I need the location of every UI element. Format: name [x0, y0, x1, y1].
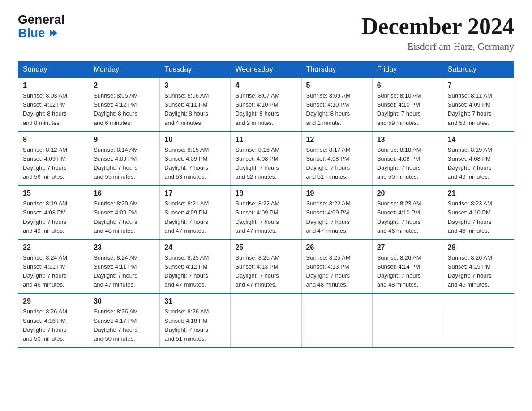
- calendar-cell: 13Sunrise: 8:18 AM Sunset: 4:08 PM Dayli…: [372, 132, 443, 186]
- day-number: 30: [94, 297, 155, 305]
- calendar-week-row: 1Sunrise: 8:03 AM Sunset: 4:12 PM Daylig…: [18, 77, 514, 132]
- calendar-cell: [301, 293, 372, 347]
- day-number: 15: [23, 189, 84, 197]
- column-header-friday: Friday: [372, 62, 443, 78]
- calendar-cell: 10Sunrise: 8:15 AM Sunset: 4:09 PM Dayli…: [160, 132, 231, 186]
- day-info: Sunrise: 8:24 AM Sunset: 4:11 PM Dayligh…: [23, 253, 84, 290]
- day-info: Sunrise: 8:25 AM Sunset: 4:12 PM Dayligh…: [164, 253, 226, 290]
- day-number: 18: [235, 189, 296, 197]
- calendar-cell: 8Sunrise: 8:12 AM Sunset: 4:09 PM Daylig…: [18, 132, 89, 186]
- day-info: Sunrise: 8:17 AM Sunset: 4:08 PM Dayligh…: [306, 146, 368, 182]
- day-info: Sunrise: 8:25 AM Sunset: 4:13 PM Dayligh…: [306, 253, 368, 290]
- day-info: Sunrise: 8:21 AM Sunset: 4:09 PM Dayligh…: [164, 199, 226, 235]
- calendar-cell: 18Sunrise: 8:22 AM Sunset: 4:09 PM Dayli…: [231, 185, 301, 240]
- day-number: 7: [448, 81, 509, 90]
- day-number: 10: [164, 136, 226, 144]
- calendar-cell: 11Sunrise: 8:16 AM Sunset: 4:08 PM Dayli…: [231, 132, 301, 186]
- column-header-wednesday: Wednesday: [231, 62, 301, 78]
- column-header-monday: Monday: [89, 62, 160, 78]
- calendar-cell: 15Sunrise: 8:19 AM Sunset: 4:08 PM Dayli…: [18, 185, 89, 240]
- calendar-cell: 19Sunrise: 8:22 AM Sunset: 4:09 PM Dayli…: [301, 185, 372, 240]
- day-number: 21: [448, 189, 509, 197]
- day-info: Sunrise: 8:25 AM Sunset: 4:13 PM Dayligh…: [235, 253, 296, 290]
- calendar-cell: 29Sunrise: 8:26 AM Sunset: 4:16 PM Dayli…: [18, 293, 89, 347]
- day-info: Sunrise: 8:18 AM Sunset: 4:08 PM Dayligh…: [377, 146, 438, 182]
- calendar-cell: 12Sunrise: 8:17 AM Sunset: 4:08 PM Dayli…: [301, 132, 372, 186]
- calendar-cell: 4Sunrise: 8:07 AM Sunset: 4:10 PM Daylig…: [231, 77, 301, 132]
- calendar-cell: [372, 293, 443, 347]
- calendar-cell: 28Sunrise: 8:26 AM Sunset: 4:15 PM Dayli…: [443, 240, 514, 294]
- day-info: Sunrise: 8:06 AM Sunset: 4:11 PM Dayligh…: [164, 91, 226, 128]
- day-info: Sunrise: 8:16 AM Sunset: 4:08 PM Dayligh…: [235, 146, 296, 182]
- day-info: Sunrise: 8:07 AM Sunset: 4:10 PM Dayligh…: [235, 91, 296, 128]
- day-number: 23: [94, 244, 155, 252]
- day-number: 27: [377, 244, 438, 252]
- calendar-week-row: 22Sunrise: 8:24 AM Sunset: 4:11 PM Dayli…: [18, 240, 514, 294]
- day-number: 25: [235, 244, 296, 252]
- day-number: 16: [94, 189, 155, 197]
- day-info: Sunrise: 8:19 AM Sunset: 4:08 PM Dayligh…: [23, 199, 84, 235]
- calendar-cell: 3Sunrise: 8:06 AM Sunset: 4:11 PM Daylig…: [160, 77, 231, 132]
- day-info: Sunrise: 8:15 AM Sunset: 4:09 PM Dayligh…: [164, 146, 226, 182]
- calendar-cell: 22Sunrise: 8:24 AM Sunset: 4:11 PM Dayli…: [18, 240, 89, 294]
- day-number: 9: [94, 136, 155, 144]
- header: General Blue December 2024 Eisdorf am Ha…: [18, 13, 514, 52]
- calendar-cell: 26Sunrise: 8:25 AM Sunset: 4:13 PM Dayli…: [301, 240, 372, 294]
- day-info: Sunrise: 8:26 AM Sunset: 4:16 PM Dayligh…: [23, 307, 84, 343]
- calendar-cell: 14Sunrise: 8:19 AM Sunset: 4:08 PM Dayli…: [443, 132, 514, 186]
- day-info: Sunrise: 8:23 AM Sunset: 4:10 PM Dayligh…: [448, 199, 509, 235]
- day-number: 22: [23, 244, 84, 252]
- calendar-cell: 6Sunrise: 8:10 AM Sunset: 4:10 PM Daylig…: [372, 77, 443, 132]
- day-info: Sunrise: 8:03 AM Sunset: 4:12 PM Dayligh…: [23, 91, 84, 128]
- column-header-saturday: Saturday: [443, 62, 514, 78]
- day-info: Sunrise: 8:22 AM Sunset: 4:09 PM Dayligh…: [235, 199, 296, 235]
- calendar-cell: [231, 293, 301, 347]
- calendar-cell: 5Sunrise: 8:09 AM Sunset: 4:10 PM Daylig…: [301, 77, 372, 132]
- column-header-tuesday: Tuesday: [160, 62, 231, 78]
- day-number: 26: [306, 244, 368, 252]
- day-info: Sunrise: 8:14 AM Sunset: 4:09 PM Dayligh…: [94, 146, 155, 182]
- logo-general: General: [18, 13, 64, 26]
- calendar-cell: 17Sunrise: 8:21 AM Sunset: 4:09 PM Dayli…: [160, 185, 231, 240]
- day-number: 19: [306, 189, 368, 197]
- day-info: Sunrise: 8:24 AM Sunset: 4:11 PM Dayligh…: [94, 253, 155, 290]
- day-number: 6: [377, 81, 438, 90]
- logo-blue-text: Blue: [18, 26, 45, 40]
- calendar-title: December 2024: [361, 13, 514, 39]
- day-number: 29: [23, 297, 84, 305]
- calendar-week-row: 29Sunrise: 8:26 AM Sunset: 4:16 PM Dayli…: [18, 293, 514, 347]
- day-number: 3: [164, 81, 226, 90]
- day-number: 4: [235, 81, 296, 90]
- calendar-cell: 21Sunrise: 8:23 AM Sunset: 4:10 PM Dayli…: [443, 185, 514, 240]
- day-info: Sunrise: 8:20 AM Sunset: 4:09 PM Dayligh…: [94, 199, 155, 235]
- calendar-cell: 30Sunrise: 8:26 AM Sunset: 4:17 PM Dayli…: [89, 293, 160, 347]
- column-header-thursday: Thursday: [301, 62, 372, 78]
- calendar-cell: 23Sunrise: 8:24 AM Sunset: 4:11 PM Dayli…: [89, 240, 160, 294]
- day-info: Sunrise: 8:05 AM Sunset: 4:12 PM Dayligh…: [94, 91, 155, 128]
- day-number: 31: [164, 297, 226, 305]
- day-info: Sunrise: 8:26 AM Sunset: 4:15 PM Dayligh…: [448, 253, 509, 290]
- day-info: Sunrise: 8:11 AM Sunset: 4:09 PM Dayligh…: [448, 91, 509, 128]
- calendar-cell: 31Sunrise: 8:26 AM Sunset: 4:18 PM Dayli…: [160, 293, 231, 347]
- calendar-cell: 20Sunrise: 8:23 AM Sunset: 4:10 PM Dayli…: [372, 185, 443, 240]
- day-info: Sunrise: 8:23 AM Sunset: 4:10 PM Dayligh…: [377, 199, 438, 235]
- day-info: Sunrise: 8:19 AM Sunset: 4:08 PM Dayligh…: [448, 146, 509, 182]
- day-number: 24: [164, 244, 226, 252]
- calendar-table: SundayMondayTuesdayWednesdayThursdayFrid…: [18, 61, 514, 348]
- calendar-cell: 7Sunrise: 8:11 AM Sunset: 4:09 PM Daylig…: [443, 77, 514, 132]
- calendar-cell: 16Sunrise: 8:20 AM Sunset: 4:09 PM Dayli…: [89, 185, 160, 240]
- day-info: Sunrise: 8:26 AM Sunset: 4:17 PM Dayligh…: [94, 307, 155, 343]
- day-info: Sunrise: 8:10 AM Sunset: 4:10 PM Dayligh…: [377, 91, 438, 128]
- day-number: 20: [377, 189, 438, 197]
- logo-arrow2-icon: [53, 30, 57, 37]
- day-number: 13: [377, 136, 438, 144]
- calendar-cell: 25Sunrise: 8:25 AM Sunset: 4:13 PM Dayli…: [231, 240, 301, 294]
- day-info: Sunrise: 8:26 AM Sunset: 4:14 PM Dayligh…: [377, 253, 438, 290]
- day-number: 28: [448, 244, 509, 252]
- calendar-cell: 9Sunrise: 8:14 AM Sunset: 4:09 PM Daylig…: [89, 132, 160, 186]
- day-number: 8: [23, 136, 84, 144]
- day-info: Sunrise: 8:26 AM Sunset: 4:18 PM Dayligh…: [164, 307, 226, 343]
- logo-blue: Blue: [18, 26, 57, 40]
- calendar-header-row: SundayMondayTuesdayWednesdayThursdayFrid…: [18, 62, 514, 78]
- calendar-cell: 1Sunrise: 8:03 AM Sunset: 4:12 PM Daylig…: [18, 77, 89, 132]
